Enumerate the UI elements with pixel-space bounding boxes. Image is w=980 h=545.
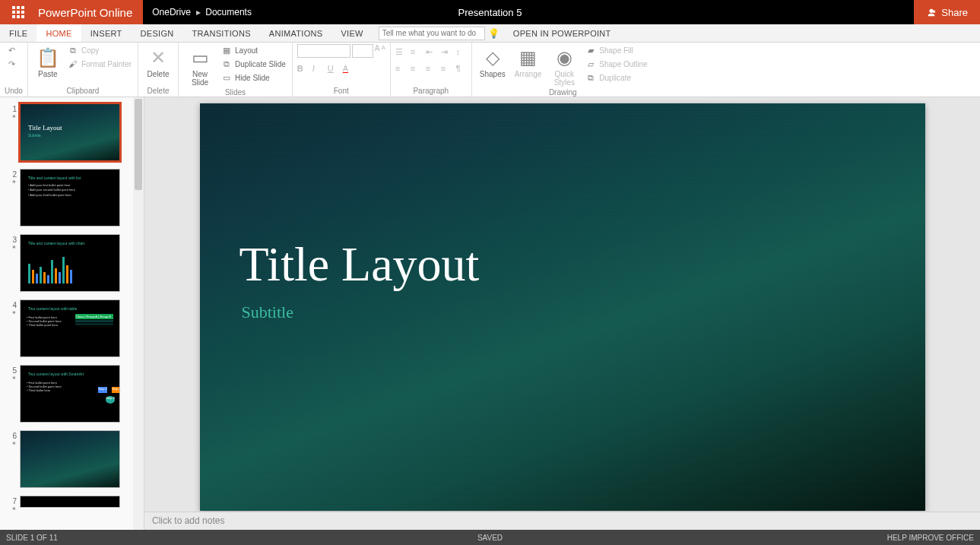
- align-justify-button[interactable]: ≡: [441, 64, 452, 74]
- breadcrumb-folder[interactable]: Documents: [205, 7, 252, 17]
- ribbon-group-delete: ✕ Delete Delete: [138, 43, 179, 97]
- breadcrumb-root[interactable]: OneDrive: [152, 7, 191, 17]
- slide-thumbnail-3[interactable]: Title and content layout with chart: [20, 234, 120, 292]
- animation-indicator-icon: ✶: [3, 375, 20, 382]
- open-in-powerpoint-button[interactable]: OPEN IN POWERPOINT: [513, 24, 611, 42]
- shape-fill-button[interactable]: ▰Shape Fill: [584, 44, 649, 56]
- animation-indicator-icon: ✶: [3, 179, 20, 185]
- new-slide-button[interactable]: ▭ New Slide: [183, 44, 217, 88]
- quick-styles-icon: ◉: [552, 46, 576, 70]
- copy-button[interactable]: ⧉Copy: [66, 44, 133, 56]
- arrange-button[interactable]: ▦ Arrange: [512, 44, 545, 80]
- align-center-button[interactable]: ≡: [411, 64, 421, 74]
- svg-rect-3: [12, 11, 15, 14]
- ribbon-group-undo: ↶ ↷ Undo: [0, 43, 28, 97]
- text-direction-button[interactable]: ↕: [456, 47, 467, 58]
- animation-indicator-icon: ✶: [3, 440, 20, 447]
- scrollbar-thumb[interactable]: [135, 99, 142, 190]
- rtl-button[interactable]: ¶: [456, 64, 467, 74]
- increase-font-icon[interactable]: A: [375, 44, 380, 58]
- share-icon: [926, 7, 937, 17]
- redo-button[interactable]: ↷: [5, 58, 18, 70]
- tab-transitions[interactable]: TRANSITIONS: [183, 24, 260, 42]
- shape-outline-icon: ▱: [585, 59, 596, 69]
- slide-thumbnail-5[interactable]: Two content layout with SmartArt • First…: [20, 365, 120, 423]
- notes-pane[interactable]: Click to add notes: [144, 512, 980, 530]
- title-bar: PowerPoint Online OneDrive ▸ Documents P…: [0, 0, 980, 24]
- hide-icon: ▭: [221, 72, 232, 83]
- app-launcher-button[interactable]: [0, 0, 36, 24]
- slide-thumbnails-panel[interactable]: 1 ✶ Title Layout Subtitle 2 ✶ Title and …: [0, 97, 144, 530]
- tell-me-input[interactable]: [379, 27, 485, 40]
- tell-me-box: 💡: [379, 24, 500, 42]
- layout-button[interactable]: ▦Layout: [220, 44, 287, 56]
- animation-indicator-icon: ✶: [3, 113, 20, 120]
- animation-indicator-icon: ✶: [3, 244, 20, 251]
- slide-thumbnail-2[interactable]: Title and content layout with list • Add…: [20, 169, 120, 227]
- thumbnail-row: 1 ✶ Title Layout Subtitle: [3, 103, 141, 161]
- lightbulb-icon: 💡: [488, 28, 500, 39]
- thumbnail-number: 5: [3, 365, 20, 375]
- ribbon-group-label: Undo: [5, 87, 23, 97]
- document-title[interactable]: Presentation 5: [458, 7, 522, 18]
- shape-outline-button[interactable]: ▱Shape Outline: [584, 58, 649, 70]
- tab-view[interactable]: VIEW: [331, 24, 372, 42]
- tab-animations[interactable]: ANIMATIONS: [260, 24, 332, 42]
- font-family-select[interactable]: [297, 44, 350, 58]
- thumbnail-row: 4 ✶ Two content layout with table • Firs…: [3, 299, 141, 357]
- font-size-select[interactable]: [352, 44, 373, 58]
- hide-slide-button[interactable]: ▭Hide Slide: [220, 71, 287, 84]
- tab-home[interactable]: HOME: [36, 24, 81, 42]
- canvas-wrap: Title Layout Subtitle: [144, 97, 980, 512]
- paste-button[interactable]: 📋 Paste: [33, 44, 63, 80]
- status-help-improve[interactable]: HELP IMPROVE OFFICE: [887, 534, 974, 542]
- delete-icon: ✕: [146, 46, 170, 70]
- thumbnails-scrollbar[interactable]: [133, 97, 144, 530]
- slide-thumbnail-1[interactable]: Title Layout Subtitle: [20, 103, 120, 161]
- format-painter-button[interactable]: 🖌Format Painter: [66, 58, 133, 70]
- main-area: 1 ✶ Title Layout Subtitle 2 ✶ Title and …: [0, 97, 980, 530]
- duplicate-slide-button[interactable]: ⧉Duplicate Slide: [220, 58, 287, 70]
- thumbnail-number: 2: [3, 169, 20, 179]
- tab-file[interactable]: FILE: [0, 24, 36, 42]
- arrange-icon: ▦: [515, 46, 540, 70]
- slide-canvas[interactable]: Title Layout Subtitle: [200, 103, 925, 511]
- underline-button[interactable]: U: [328, 64, 338, 74]
- quick-styles-button[interactable]: ◉ Quick Styles: [547, 44, 581, 88]
- decrease-font-icon[interactable]: A: [381, 44, 385, 58]
- bullets-button[interactable]: ☰: [395, 47, 406, 58]
- thumbnail-row: 2 ✶ Title and content layout with list •…: [3, 169, 141, 227]
- italic-button[interactable]: I: [312, 64, 323, 74]
- delete-button[interactable]: ✕ Delete: [143, 44, 173, 80]
- animation-indicator-icon: ✶: [3, 309, 20, 316]
- ribbon-group-slides: ▭ New Slide ▦Layout ⧉Duplicate Slide ▭Hi…: [179, 43, 293, 97]
- slide-thumbnail-4[interactable]: Two content layout with table • First bu…: [20, 299, 120, 357]
- breadcrumb[interactable]: OneDrive ▸ Documents: [152, 7, 252, 17]
- slide-thumbnail-6[interactable]: [20, 430, 120, 488]
- tab-design[interactable]: DESIGN: [132, 24, 183, 42]
- copy-icon: ⧉: [68, 45, 78, 55]
- tab-insert[interactable]: INSERT: [81, 24, 132, 42]
- ribbon-tabs: FILE HOME INSERT DESIGN TRANSITIONS ANIM…: [0, 24, 980, 43]
- share-button[interactable]: Share: [914, 0, 980, 24]
- thumbnail-row: 7 ✶: [3, 496, 141, 512]
- canvas-area: Title Layout Subtitle Click to add notes: [144, 97, 980, 530]
- slide-subtitle-placeholder[interactable]: Subtitle: [242, 303, 293, 322]
- duplicate-shape-button[interactable]: ⧉Duplicate: [584, 71, 649, 84]
- new-slide-icon: ▭: [188, 46, 212, 70]
- thumbnail-number: 6: [3, 430, 20, 440]
- ribbon-group-drawing: ◇ Shapes ▦ Arrange ◉ Quick Styles ▰Shape…: [472, 43, 654, 97]
- status-slide-count: SLIDE 1 OF 11: [6, 534, 58, 542]
- undo-button[interactable]: ↶: [5, 44, 18, 56]
- font-color-button[interactable]: A: [343, 64, 354, 74]
- indent-increase-button[interactable]: ⇥: [441, 47, 452, 58]
- indent-decrease-button[interactable]: ⇤: [426, 47, 436, 58]
- slide-thumbnail-7[interactable]: [20, 496, 120, 508]
- bold-button[interactable]: B: [297, 64, 308, 74]
- ribbon-group-font: A A B I U A Font: [293, 43, 391, 97]
- shapes-button[interactable]: ◇ Shapes: [477, 44, 509, 80]
- slide-title-placeholder[interactable]: Title Layout: [239, 236, 480, 293]
- align-right-button[interactable]: ≡: [426, 64, 436, 74]
- numbering-button[interactable]: ≡: [411, 47, 421, 58]
- align-left-button[interactable]: ≡: [395, 64, 406, 74]
